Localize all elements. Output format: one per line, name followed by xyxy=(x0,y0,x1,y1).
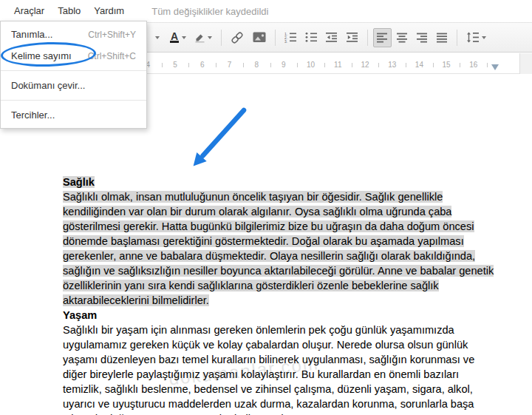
svg-text:3.: 3. xyxy=(284,39,287,43)
decrease-indent-button[interactable] xyxy=(322,28,341,47)
document-text[interactable]: Sağlık Sağlıklı olmak, insan mutluluğunu… xyxy=(63,175,497,415)
ruler-number: 11 xyxy=(334,61,341,69)
align-left-icon xyxy=(377,33,388,43)
toolbar-separator xyxy=(221,30,222,46)
doc-paragraph-1: Sağlıklı olmak, insan mutluluğunun öncel… xyxy=(63,189,497,308)
selected-text: Sağlıklı olmak, insan mutluluğunun öncel… xyxy=(63,191,494,306)
link-icon xyxy=(231,32,244,44)
save-status: Tüm değişiklikler kaydedildi xyxy=(151,6,268,17)
heading-text: Yaşam xyxy=(63,309,97,321)
menu-item-label: Tercihler... xyxy=(11,109,55,121)
numbered-list-icon: 1. 2. 3. xyxy=(284,32,296,43)
ruler-tick xyxy=(297,63,298,67)
doc-heading-yasam: Yaşam xyxy=(63,308,497,323)
chevron-down-icon xyxy=(482,36,486,39)
bulleted-list-icon xyxy=(305,32,317,43)
ruler-number: 8 xyxy=(254,61,259,69)
chevron-down-icon xyxy=(208,36,212,39)
menu-item-dokumani-cevir[interactable]: Dokümanı çevir... xyxy=(1,75,146,96)
toolbar-separator xyxy=(367,30,368,46)
ruler-number: 7 xyxy=(228,61,232,69)
ruler-number: 16 xyxy=(469,61,477,69)
highlight-pen-icon xyxy=(195,33,205,43)
line-spacing-button[interactable] xyxy=(463,28,490,47)
ruler-tick xyxy=(378,63,379,67)
toolbar-separator xyxy=(275,30,276,46)
ruler-tick xyxy=(352,63,352,67)
bulleted-list-button[interactable] xyxy=(301,28,321,47)
text-color-icon: A xyxy=(170,32,179,43)
align-right-button[interactable] xyxy=(413,28,432,47)
paragraph-text: Sağlıklı bir yaşam için alınması gereken… xyxy=(63,324,474,415)
ruler-number: 9 xyxy=(282,61,286,69)
ruler-tick xyxy=(460,63,460,67)
menubar: Araçlar Tablo Yardım Tüm değişiklikler k… xyxy=(0,0,532,22)
arrow-annotation xyxy=(174,104,255,178)
justify-icon xyxy=(437,33,448,43)
numbered-list-button[interactable]: 1. 2. 3. xyxy=(281,28,300,47)
ruler-tick xyxy=(162,63,163,67)
increase-indent-icon xyxy=(347,32,358,43)
menu-item-shortcut: Ctrl+Shift+Y xyxy=(88,30,136,40)
chevron-down-icon xyxy=(182,36,186,39)
chevron-down-icon xyxy=(155,36,160,39)
ruler-number: 15 xyxy=(443,61,451,69)
align-right-icon xyxy=(417,33,428,43)
font-size-dropdown-partial[interactable] xyxy=(147,28,165,47)
doc-heading-saglik: Sağlık xyxy=(63,175,497,189)
align-center-icon xyxy=(397,33,408,43)
menu-item-label: Tanımla... xyxy=(11,29,52,40)
ruler-number: 6 xyxy=(200,61,205,69)
ruler-number: 12 xyxy=(361,61,369,69)
ruler-tick xyxy=(487,63,488,67)
menu-araclar[interactable]: Araçlar xyxy=(7,0,51,22)
doc-paragraph-2: Sağlıklı bir yaşam için alınması gereken… xyxy=(63,323,497,415)
insert-image-button[interactable] xyxy=(249,28,270,47)
menu-yardim[interactable]: Yardım xyxy=(87,0,131,22)
menu-tablo[interactable]: Tablo xyxy=(51,0,87,22)
menu-separator xyxy=(1,100,146,101)
tools-menu: Tanımla... Ctrl+Shift+Y Kelime sayımı Ct… xyxy=(0,21,147,129)
ruler-number: 14 xyxy=(415,61,423,69)
ruler-number: 10 xyxy=(307,61,315,69)
ruler-tick xyxy=(243,63,244,67)
align-center-button[interactable] xyxy=(393,28,412,47)
highlight-color-button[interactable] xyxy=(191,28,216,47)
increase-indent-button[interactable] xyxy=(343,28,362,47)
menu-item-tercihler[interactable]: Tercihler... xyxy=(1,104,146,126)
text-color-button[interactable]: A xyxy=(166,28,190,47)
ruler-number: 13 xyxy=(388,61,396,69)
ruler-number: 5 xyxy=(173,61,177,69)
ruler-corner xyxy=(519,53,532,74)
align-left-button[interactable] xyxy=(373,28,392,47)
menu-item-label: Dokümanı çevir... xyxy=(11,80,85,91)
ruler-tick xyxy=(433,63,434,67)
decrease-indent-icon xyxy=(326,32,338,43)
image-icon xyxy=(253,32,266,43)
right-indent-marker[interactable] xyxy=(491,64,499,70)
line-spacing-icon xyxy=(466,32,479,43)
menu-separator xyxy=(1,70,146,71)
insert-link-button[interactable] xyxy=(227,28,248,47)
menu-item-tanimla[interactable]: Tanımla... Ctrl+Shift+Y xyxy=(1,24,146,45)
selected-text: Sağlık xyxy=(63,176,95,188)
toolbar-separator xyxy=(457,30,457,46)
ruler-tick xyxy=(216,63,216,67)
ruler-tick xyxy=(270,63,271,67)
ruler-tick xyxy=(324,63,325,67)
ruler-tick xyxy=(406,63,406,67)
ruler-tick xyxy=(188,63,189,67)
justify-button[interactable] xyxy=(433,28,451,47)
